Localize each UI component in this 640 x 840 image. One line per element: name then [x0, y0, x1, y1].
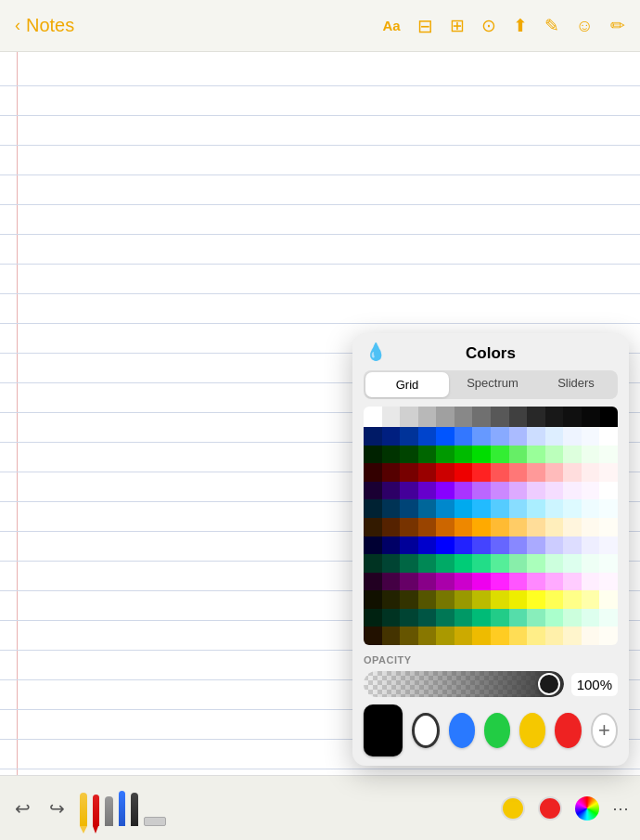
color-cell[interactable]	[582, 554, 600, 573]
color-cell[interactable]	[454, 482, 473, 500]
color-cell[interactable]	[563, 463, 582, 482]
grayscale-cell[interactable]	[563, 407, 582, 427]
color-cell[interactable]	[527, 573, 545, 591]
color-cell[interactable]	[599, 590, 618, 609]
color-cell[interactable]	[527, 482, 545, 500]
undo-button[interactable]: ↩	[11, 794, 34, 823]
color-cell[interactable]	[418, 554, 437, 573]
color-cell[interactable]	[527, 627, 545, 645]
color-cell[interactable]	[400, 573, 418, 591]
color-cell[interactable]	[400, 518, 418, 536]
color-cell[interactable]	[472, 518, 491, 536]
color-cell[interactable]	[418, 499, 437, 518]
color-cell[interactable]	[582, 427, 600, 446]
grayscale-cell[interactable]	[491, 407, 509, 427]
color-cell[interactable]	[472, 499, 491, 518]
color-cell[interactable]	[509, 427, 528, 446]
color-cell[interactable]	[436, 573, 454, 591]
color-cell[interactable]	[491, 446, 509, 464]
color-cell[interactable]	[454, 609, 473, 627]
color-cell[interactable]	[400, 609, 418, 627]
color-cell[interactable]	[364, 536, 382, 555]
color-cell[interactable]	[472, 609, 491, 627]
color-cell[interactable]	[454, 536, 473, 555]
opacity-thumb[interactable]	[538, 673, 560, 695]
color-cell[interactable]	[472, 446, 491, 464]
color-cell[interactable]	[382, 554, 401, 573]
color-cell[interactable]	[364, 627, 382, 645]
color-cell[interactable]	[509, 518, 528, 536]
color-cell[interactable]	[454, 427, 473, 446]
markup-icon[interactable]: ✎	[544, 15, 559, 36]
color-cell[interactable]	[454, 573, 473, 591]
current-color-swatch[interactable]	[364, 704, 403, 756]
color-cell[interactable]	[545, 609, 564, 627]
color-cell[interactable]	[563, 446, 582, 464]
color-cell[interactable]	[436, 482, 454, 500]
color-cell[interactable]	[491, 463, 509, 482]
tab-grid[interactable]: Grid	[365, 372, 449, 397]
color-cell[interactable]	[472, 573, 491, 591]
color-cell[interactable]	[400, 463, 418, 482]
share-icon[interactable]: ⬆	[513, 15, 528, 36]
color-cell[interactable]	[582, 627, 600, 645]
redo-button[interactable]: ↪	[45, 794, 69, 823]
grayscale-cell[interactable]	[509, 407, 528, 427]
grayscale-cell[interactable]	[545, 407, 564, 427]
color-cell[interactable]	[364, 590, 382, 609]
color-cell[interactable]	[563, 518, 582, 536]
color-cell[interactable]	[599, 446, 618, 464]
color-cell[interactable]	[400, 627, 418, 645]
color-cell[interactable]	[491, 427, 509, 446]
color-cell[interactable]	[563, 427, 582, 446]
color-cell[interactable]	[527, 518, 545, 536]
color-cell[interactable]	[491, 499, 509, 518]
color-cell[interactable]	[491, 609, 509, 627]
color-cell[interactable]	[436, 627, 454, 645]
swatch-red[interactable]	[555, 713, 581, 748]
color-cell[interactable]	[545, 518, 564, 536]
color-cell[interactable]	[472, 536, 491, 555]
color-cell[interactable]	[527, 463, 545, 482]
color-cell[interactable]	[563, 482, 582, 500]
color-cell[interactable]	[545, 573, 564, 591]
color-cell[interactable]	[364, 427, 382, 446]
blue-pen-tool[interactable]	[119, 791, 125, 826]
color-cell[interactable]	[382, 536, 401, 555]
swatch-yellow[interactable]	[519, 713, 545, 748]
camera-icon[interactable]: ⊙	[481, 15, 496, 36]
color-cell[interactable]	[527, 446, 545, 464]
color-cell[interactable]	[599, 427, 618, 446]
color-cell[interactable]	[509, 609, 528, 627]
grayscale-cell[interactable]	[418, 407, 437, 427]
color-cell[interactable]	[509, 590, 528, 609]
color-cell[interactable]	[491, 590, 509, 609]
color-cell[interactable]	[527, 609, 545, 627]
color-cell[interactable]	[582, 499, 600, 518]
color-cell[interactable]	[436, 499, 454, 518]
color-cell[interactable]	[582, 518, 600, 536]
compose-icon[interactable]: ✏	[610, 15, 625, 36]
color-cell[interactable]	[418, 536, 437, 555]
pen-tool[interactable]	[93, 795, 99, 826]
table-icon[interactable]: ⊞	[450, 15, 465, 36]
color-cell[interactable]	[364, 554, 382, 573]
grayscale-cell[interactable]	[600, 407, 618, 427]
color-cell[interactable]	[545, 482, 564, 500]
color-cell[interactable]	[382, 446, 401, 464]
color-cell[interactable]	[454, 463, 473, 482]
color-cell[interactable]	[509, 446, 528, 464]
color-cell[interactable]	[509, 554, 528, 573]
color-cell[interactable]	[599, 499, 618, 518]
color-cell[interactable]	[545, 463, 564, 482]
color-cell[interactable]	[582, 482, 600, 500]
color-cell[interactable]	[364, 573, 382, 591]
color-cell[interactable]	[364, 463, 382, 482]
grayscale-cell[interactable]	[364, 407, 382, 427]
color-cell[interactable]	[582, 446, 600, 464]
color-cell[interactable]	[436, 609, 454, 627]
grayscale-cell[interactable]	[382, 407, 401, 427]
marker-tool[interactable]	[105, 796, 113, 826]
color-cell[interactable]	[599, 609, 618, 627]
color-cell[interactable]	[491, 482, 509, 500]
